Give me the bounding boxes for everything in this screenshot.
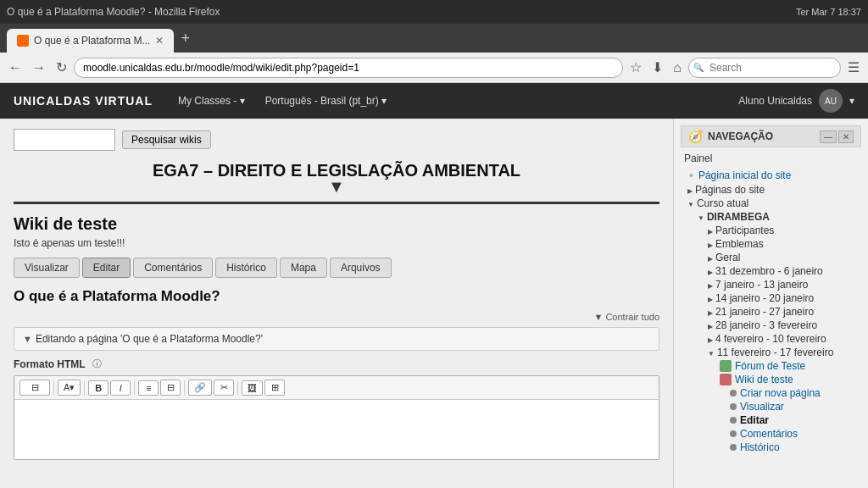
sidebar-collapse-btn[interactable]: — <box>820 130 837 143</box>
editor-btn-link[interactable]: 🔗 <box>188 380 212 396</box>
wiki-search-input[interactable] <box>14 129 115 151</box>
nav-14jan[interactable]: 14 janeiro - 20 janeiro <box>708 291 861 305</box>
user-menu-arrow[interactable]: ▾ <box>849 95 854 107</box>
editor-body[interactable] <box>14 400 659 459</box>
format-row: Formato HTML ⓘ <box>14 358 659 370</box>
active-tab[interactable]: O que é a Plataforma M... ✕ <box>7 29 174 53</box>
editor-btn-ol[interactable]: ⊟ <box>160 380 181 396</box>
tab-mapa[interactable]: Mapa <box>280 258 327 278</box>
download-button[interactable]: ⬇ <box>648 58 666 77</box>
content-area: Pesquisar wikis EGA7 – DIREITO E LEGISLA… <box>0 119 673 488</box>
nav-28jan[interactable]: 28 janeiro - 3 fevereiro <box>708 319 861 332</box>
url-bar[interactable] <box>74 58 623 78</box>
nav-4fev[interactable]: 4 fevereiro - 10 fevereiro <box>708 332 861 346</box>
sidebar-block-title: NAVEGAÇÃO <box>708 130 773 142</box>
tab-visualizar[interactable]: Visualizar <box>14 258 80 278</box>
page-icon-4 <box>730 430 737 437</box>
tab-arquivos[interactable]: Arquivos <box>330 258 392 278</box>
bookmark-button[interactable]: ☆ <box>626 58 645 77</box>
nav-dirambega-label[interactable]: DIRAMBEGA <box>698 210 861 224</box>
separator-4 <box>184 380 185 396</box>
nav-31dez[interactable]: 31 dezembro - 6 janeiro <box>708 264 861 278</box>
sidebar-block-header: 🧭 NAVEGAÇÃO — ✕ <box>681 125 861 147</box>
editor-btn-image[interactable]: 🖼 <box>242 380 263 396</box>
menu-button[interactable]: ☰ <box>844 58 863 77</box>
sidebar-settings-btn[interactable]: ✕ <box>838 130 854 143</box>
nav-historico[interactable]: Histórico <box>728 441 861 454</box>
editor-btn-unlink[interactable]: ✂ <box>214 380 234 396</box>
nav-group-root: Página inicial do site Páginas do site C… <box>687 168 861 454</box>
browser-tabbar: O que é a Plataforma M... ✕ + <box>0 24 868 53</box>
tri-down-icon <box>687 197 694 209</box>
editor-btn-italic[interactable]: I <box>110 380 131 396</box>
app-header-right: Aluno Unicaldas AU ▾ <box>738 89 854 113</box>
tab-comentarios[interactable]: Comentários <box>133 258 213 278</box>
editing-header: ▼ Editando a página 'O que é a Plataform… <box>14 327 659 351</box>
nav-wiki-teste[interactable]: Wiki de teste <box>718 373 861 386</box>
nav-editar[interactable]: Editar <box>728 413 861 427</box>
nav-comentarios[interactable]: Comentários <box>728 427 861 441</box>
editor-btn-bold[interactable]: B <box>88 380 108 396</box>
separator-3 <box>134 380 135 396</box>
forward-button[interactable]: → <box>29 58 49 77</box>
editor-container: ⊟ A▾ B I ≡ ⊟ 🔗 ✂ 🖼 ⊞ <box>14 375 659 460</box>
nav-emblemas[interactable]: Emblemas <box>708 237 861 251</box>
dot-icon <box>689 169 695 182</box>
collapse-button[interactable]: ▼ Contrair tudo <box>594 312 659 322</box>
nav-geral[interactable]: Geral <box>708 251 861 264</box>
tab-close-button[interactable]: ✕ <box>155 35 164 47</box>
tab-historico[interactable]: Histórico <box>215 258 277 278</box>
nav-dirambega-items: Participantes Emblemas Geral 31 dezembro… <box>708 224 861 454</box>
nav-21jan[interactable]: 21 janeiro - 27 janeiro <box>708 305 861 319</box>
tab-title: O que é a Plataforma M... <box>34 35 150 47</box>
forum-icon <box>720 360 732 372</box>
app-header: UNICALDAS VIRTUAL My Classes - ▾ Portugu… <box>0 83 868 119</box>
search-wrapper <box>688 58 841 78</box>
back-button[interactable]: ← <box>5 58 25 77</box>
editor-btn-font[interactable]: A▾ <box>58 380 81 396</box>
sidebar-painel[interactable]: Painel <box>681 151 861 166</box>
home-button[interactable]: ⌂ <box>670 58 685 77</box>
reload-button[interactable]: ↻ <box>53 58 70 77</box>
wiki-name: Wiki de teste <box>14 214 659 234</box>
tab-favicon <box>17 35 29 47</box>
course-title-arrow: ▼ <box>328 177 345 197</box>
sidebar-block-controls: — ✕ <box>820 130 854 143</box>
wiki-desc: Isto é apenas um teste!!! <box>14 237 659 249</box>
nav-curso-atual[interactable]: Curso atual <box>687 197 861 210</box>
nav-visualizar[interactable]: Visualizar <box>728 400 861 413</box>
nav-7jan[interactable]: 7 janeiro - 13 janeiro <box>708 278 861 291</box>
titlebar-right: Ter Mar 7 18:37 <box>796 7 861 17</box>
wiki-search-button[interactable]: Pesquisar wikis <box>122 130 211 149</box>
editing-arrow: ▼ <box>23 334 32 344</box>
tab-editar[interactable]: Editar <box>82 258 131 278</box>
search-input[interactable] <box>688 58 841 78</box>
new-tab-button[interactable]: + <box>174 30 197 47</box>
nav-participantes[interactable]: Participantes <box>708 224 861 237</box>
collapse-bar: ▼ Contrair tudo <box>14 312 659 322</box>
nav-pagina-inicial[interactable]: Página inicial do site <box>687 168 861 183</box>
separator-5 <box>237 380 238 396</box>
nav-paginas-site[interactable]: Páginas do site <box>687 183 861 197</box>
my-classes-nav[interactable]: My Classes - ▾ <box>170 92 253 110</box>
wiki-icon <box>720 374 732 385</box>
language-nav[interactable]: Português - Brasil (pt_br) ▾ <box>257 92 395 110</box>
user-name: Aluno Unicaldas <box>738 95 812 107</box>
nav-dirambega: DIRAMBEGA Participantes Emblemas Geral <box>698 210 861 454</box>
format-help-icon[interactable]: ⓘ <box>92 358 102 370</box>
editor-btn-ul[interactable]: ≡ <box>138 380 159 396</box>
editor-btn-grid[interactable]: ⊟ <box>19 380 50 396</box>
main-layout: Pesquisar wikis EGA7 – DIREITO E LEGISLA… <box>0 119 868 488</box>
app-logo: UNICALDAS VIRTUAL <box>14 94 153 108</box>
tri-down-icon-2 <box>698 211 704 223</box>
page-icon-2 <box>730 403 737 410</box>
nav-criar-pagina[interactable]: Criar nova página <box>728 386 861 400</box>
collapse-arrow: ▼ <box>594 312 604 322</box>
nav-11fev[interactable]: 11 fevereiro - 17 fevereiro <box>708 346 861 359</box>
nav-forum-teste[interactable]: Fórum de Teste <box>718 359 861 373</box>
editor-btn-table[interactable]: ⊞ <box>264 380 285 396</box>
nav-icon: 🧭 <box>688 130 703 143</box>
wiki-search-bar: Pesquisar wikis <box>14 129 659 151</box>
separator-1 <box>53 380 54 396</box>
page-icon-5 <box>730 444 737 451</box>
